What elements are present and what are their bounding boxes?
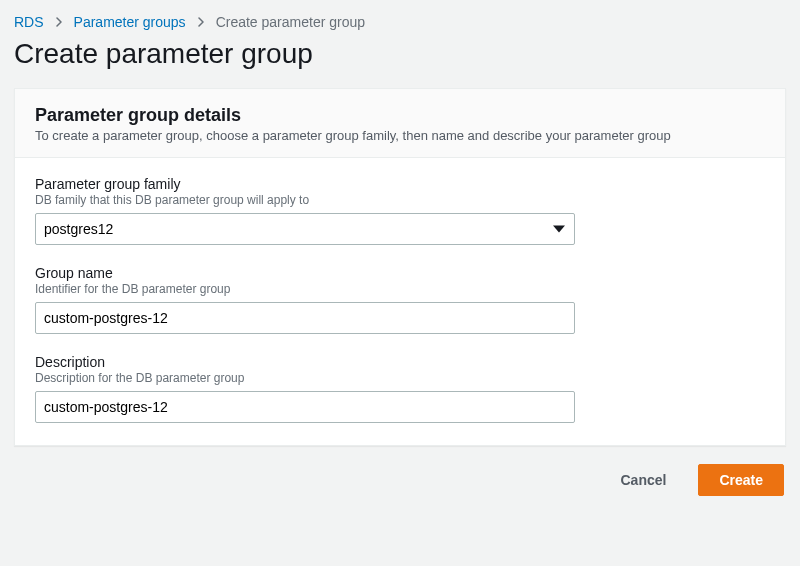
- breadcrumb-current: Create parameter group: [216, 14, 365, 30]
- action-bar: Cancel Create: [14, 464, 786, 496]
- panel-title: Parameter group details: [35, 105, 765, 126]
- family-select-wrap: postgres12: [35, 213, 575, 245]
- family-select[interactable]: postgres12: [35, 213, 575, 245]
- chevron-right-icon: [196, 17, 206, 27]
- family-hint: DB family that this DB parameter group w…: [35, 193, 765, 207]
- field-group-name: Group name Identifier for the DB paramet…: [35, 265, 765, 334]
- description-hint: Description for the DB parameter group: [35, 371, 765, 385]
- group-name-hint: Identifier for the DB parameter group: [35, 282, 765, 296]
- group-name-input[interactable]: [35, 302, 575, 334]
- chevron-right-icon: [54, 17, 64, 27]
- cancel-button[interactable]: Cancel: [600, 464, 686, 496]
- details-panel: Parameter group details To create a para…: [14, 88, 786, 446]
- page-title: Create parameter group: [14, 38, 786, 70]
- field-description: Description Description for the DB param…: [35, 354, 765, 423]
- group-name-label: Group name: [35, 265, 765, 281]
- field-parameter-group-family: Parameter group family DB family that th…: [35, 176, 765, 245]
- panel-body: Parameter group family DB family that th…: [15, 158, 785, 445]
- create-button[interactable]: Create: [698, 464, 784, 496]
- description-input[interactable]: [35, 391, 575, 423]
- panel-subtitle: To create a parameter group, choose a pa…: [35, 128, 765, 143]
- breadcrumb: RDS Parameter groups Create parameter gr…: [14, 14, 786, 30]
- description-label: Description: [35, 354, 765, 370]
- breadcrumb-parameter-groups[interactable]: Parameter groups: [74, 14, 186, 30]
- breadcrumb-rds[interactable]: RDS: [14, 14, 44, 30]
- family-label: Parameter group family: [35, 176, 765, 192]
- panel-header: Parameter group details To create a para…: [15, 89, 785, 158]
